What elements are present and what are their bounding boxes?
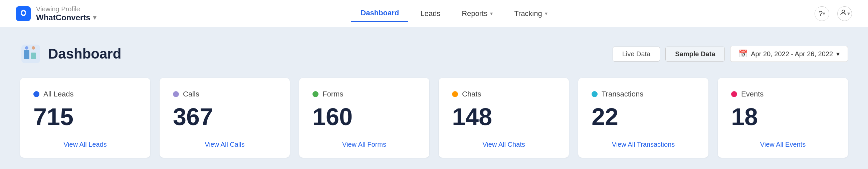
events-value: 18 [731, 104, 835, 130]
brand-dropdown-icon: ▾ [93, 14, 96, 21]
svg-rect-4 [31, 52, 36, 59]
card-label-row: Forms [312, 90, 416, 98]
reports-dropdown-icon: ▾ [490, 10, 493, 17]
stat-card-events: Events 18 View All Events [718, 78, 848, 158]
brand-name[interactable]: WhatConverts ▾ [36, 13, 96, 22]
transactions-value: 22 [592, 104, 695, 130]
events-label: Events [741, 90, 764, 98]
transactions-dot [592, 91, 597, 97]
svg-point-0 [22, 11, 25, 15]
events-dot [731, 91, 737, 97]
nav-item-tracking[interactable]: Tracking ▾ [505, 5, 557, 22]
dashboard-title-area: Dashboard [20, 43, 121, 65]
chats-dot [452, 91, 458, 97]
tracking-dropdown-icon: ▾ [545, 10, 548, 17]
viewing-profile-label: Viewing Profile [36, 5, 96, 13]
forms-label: Forms [322, 90, 343, 98]
calls-link[interactable]: View All Calls [173, 141, 276, 149]
navbar: Viewing Profile WhatConverts ▾ Dashboard… [0, 0, 868, 27]
stat-card-chats: Chats 148 View All Chats [439, 78, 569, 158]
user-dropdown-icon: ▾ [847, 10, 850, 17]
main-content: Dashboard Live Data Sample Data 📅 Apr 20… [0, 27, 868, 169]
events-link[interactable]: View All Events [731, 141, 835, 149]
all-leads-label: All Leads [43, 90, 74, 98]
help-dropdown-icon: ▾ [823, 10, 825, 17]
forms-dot [312, 91, 318, 97]
all-leads-dot [33, 91, 39, 97]
all-leads-link[interactable]: View All Leads [33, 141, 137, 149]
stats-grid: All Leads 715 View All Leads Calls 367 V… [20, 78, 848, 158]
date-picker-chevron: ▾ [836, 50, 840, 58]
nav-item-dashboard[interactable]: Dashboard [351, 5, 408, 22]
nav-item-leads[interactable]: Leads [411, 5, 450, 22]
calls-dot [173, 91, 179, 97]
card-label-row: Chats [452, 90, 556, 98]
svg-point-6 [32, 46, 35, 50]
svg-point-1 [842, 10, 845, 13]
sample-data-button[interactable]: Sample Data [665, 47, 725, 61]
transactions-link[interactable]: View All Transactions [592, 141, 695, 149]
card-label-row: Transactions [592, 90, 695, 98]
date-range-picker[interactable]: 📅 Apr 20, 2022 - Apr 26, 2022 ▾ [730, 46, 848, 62]
header-controls: Live Data Sample Data 📅 Apr 20, 2022 - A… [613, 46, 848, 62]
help-button[interactable]: ? ▾ [814, 6, 829, 21]
card-label-row: Events [731, 90, 835, 98]
brand-text: Viewing Profile WhatConverts ▾ [36, 5, 96, 22]
date-range-label: Apr 20, 2022 - Apr 26, 2022 [751, 50, 833, 58]
chats-label: Chats [462, 90, 481, 98]
nav-right: ? ▾ ▾ [785, 6, 852, 21]
user-menu-button[interactable]: ▾ [837, 6, 852, 21]
nav-item-reports[interactable]: Reports ▾ [452, 5, 502, 22]
svg-rect-3 [24, 50, 29, 59]
calendar-icon: 📅 [739, 50, 747, 58]
transactions-label: Transactions [601, 90, 643, 98]
forms-link[interactable]: View All Forms [312, 141, 416, 149]
user-icon [839, 9, 847, 18]
calls-value: 367 [173, 104, 276, 130]
all-leads-value: 715 [33, 104, 137, 130]
stat-card-transactions: Transactions 22 View All Transactions [578, 78, 708, 158]
svg-point-5 [25, 46, 28, 50]
brand-logo [16, 6, 31, 21]
dashboard-header: Dashboard Live Data Sample Data 📅 Apr 20… [20, 43, 848, 65]
page-title: Dashboard [48, 46, 121, 62]
stat-card-calls: Calls 367 View All Calls [160, 78, 290, 158]
main-nav: Dashboard Leads Reports ▾ Tracking ▾ [123, 5, 785, 22]
calls-label: Calls [183, 90, 199, 98]
dashboard-icon [20, 43, 41, 65]
stat-card-forms: Forms 160 View All Forms [299, 78, 429, 158]
brand: Viewing Profile WhatConverts ▾ [16, 5, 123, 22]
live-data-button[interactable]: Live Data [613, 47, 660, 61]
question-icon: ? [818, 9, 823, 18]
card-label-row: All Leads [33, 90, 137, 98]
card-label-row: Calls [173, 90, 276, 98]
forms-value: 160 [312, 104, 416, 130]
chats-value: 148 [452, 104, 556, 130]
chats-link[interactable]: View All Chats [452, 141, 556, 149]
stat-card-all-leads: All Leads 715 View All Leads [20, 78, 150, 158]
